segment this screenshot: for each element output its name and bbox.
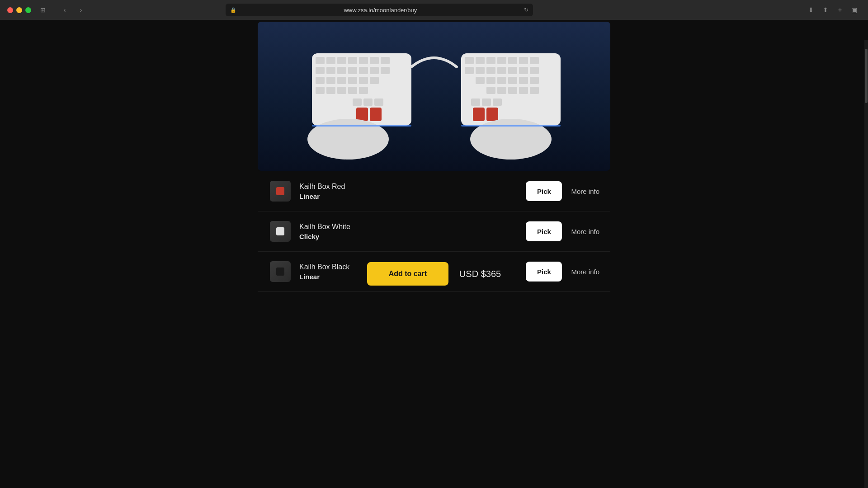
- switch-icon-inner-white: [270, 221, 291, 242]
- close-traffic-light[interactable]: [7, 7, 13, 13]
- svg-rect-28: [374, 99, 383, 106]
- svg-rect-18: [348, 77, 357, 84]
- switch-icon-red: [269, 179, 292, 203]
- svg-rect-55: [497, 87, 506, 94]
- page-wrapper: Kailh Box Red Linear Pick More info Kail…: [258, 20, 610, 292]
- svg-rect-6: [370, 57, 379, 64]
- switch-name-red: Kailh Box Red: [299, 183, 519, 191]
- switch-actions-red: Pick More info: [526, 181, 599, 201]
- svg-rect-35: [476, 57, 485, 64]
- switch-type-white: Clicky: [299, 233, 519, 240]
- keyboard-svg: [280, 31, 588, 162]
- svg-rect-65: [461, 125, 561, 127]
- svg-rect-39: [519, 57, 528, 64]
- svg-rect-42: [476, 67, 485, 74]
- svg-rect-7: [381, 57, 390, 64]
- switch-actions-white: Pick More info: [526, 221, 599, 241]
- add-to-cart-button[interactable]: Add to cart: [367, 262, 448, 286]
- browser-action-buttons: ⬇ ⬆ ＋ ▣: [805, 4, 861, 16]
- svg-rect-15: [316, 77, 325, 84]
- svg-rect-32: [312, 125, 411, 127]
- svg-rect-43: [486, 67, 495, 74]
- svg-rect-56: [508, 87, 517, 94]
- svg-rect-63: [486, 108, 498, 121]
- svg-rect-53: [530, 77, 539, 84]
- scrollbar-track[interactable]: [864, 40, 868, 488]
- switch-type-red: Linear: [299, 192, 519, 200]
- svg-rect-13: [370, 67, 379, 74]
- sidebar-toggle-button[interactable]: ⊞: [37, 4, 49, 16]
- url-display: www.zsa.io/moonlander/buy: [239, 7, 521, 14]
- navigation-controls: ‹ ›: [58, 4, 87, 16]
- refresh-icon[interactable]: ↻: [524, 7, 528, 13]
- svg-rect-51: [508, 77, 517, 84]
- svg-rect-11: [348, 67, 357, 74]
- more-info-red[interactable]: More info: [571, 188, 599, 195]
- svg-rect-45: [508, 67, 517, 74]
- svg-rect-2: [326, 57, 335, 64]
- back-button[interactable]: ‹: [58, 4, 71, 16]
- svg-rect-27: [363, 99, 373, 106]
- minimize-traffic-light[interactable]: [16, 7, 22, 13]
- price-display: USD $365: [459, 269, 501, 279]
- svg-rect-10: [337, 67, 346, 74]
- svg-rect-23: [337, 87, 346, 94]
- pick-button-white[interactable]: Pick: [526, 221, 562, 241]
- svg-rect-34: [465, 57, 474, 64]
- svg-rect-37: [497, 57, 506, 64]
- switch-info-white: Kailh Box White Clicky: [299, 223, 519, 240]
- svg-rect-24: [348, 87, 357, 94]
- svg-rect-19: [359, 77, 368, 84]
- fullscreen-traffic-light[interactable]: [25, 7, 31, 13]
- svg-rect-16: [326, 77, 335, 84]
- tab-overview-icon[interactable]: ▣: [848, 4, 861, 16]
- switch-item-white: Kailh Box White Clicky Pick More info: [258, 211, 610, 252]
- traffic-lights: [7, 7, 31, 13]
- svg-rect-12: [359, 67, 368, 74]
- svg-rect-58: [530, 87, 539, 94]
- svg-rect-8: [316, 67, 325, 74]
- svg-rect-20: [370, 77, 379, 84]
- svg-rect-47: [530, 67, 539, 74]
- svg-rect-60: [482, 99, 491, 106]
- svg-rect-3: [337, 57, 346, 64]
- svg-rect-54: [486, 87, 495, 94]
- bottom-bar: Add to cart USD $365: [258, 256, 610, 292]
- svg-rect-59: [471, 99, 480, 106]
- download-icon[interactable]: ⬇: [805, 4, 817, 16]
- svg-rect-21: [316, 87, 325, 94]
- svg-rect-1: [316, 57, 325, 64]
- svg-rect-57: [519, 87, 528, 94]
- forward-button[interactable]: ›: [75, 4, 87, 16]
- switch-icon-inner-red: [270, 181, 291, 202]
- keyboard-image: [258, 22, 610, 171]
- pick-button-red[interactable]: Pick: [526, 181, 562, 201]
- svg-rect-22: [326, 87, 335, 94]
- switch-info-red: Kailh Box Red Linear: [299, 183, 519, 200]
- browser-chrome: ⊞ ‹ › 🔒 www.zsa.io/moonlander/buy ↻ ⬇ ⬆ …: [0, 0, 868, 20]
- switch-name-white: Kailh Box White: [299, 223, 519, 231]
- switch-icon-white: [269, 220, 292, 243]
- more-info-white[interactable]: More info: [571, 228, 599, 235]
- svg-rect-5: [359, 57, 368, 64]
- svg-rect-29: [356, 108, 368, 121]
- svg-rect-52: [519, 77, 528, 84]
- svg-rect-30: [370, 108, 382, 121]
- svg-rect-36: [486, 57, 495, 64]
- svg-rect-14: [381, 67, 390, 74]
- address-bar[interactable]: 🔒 www.zsa.io/moonlander/buy ↻: [226, 4, 533, 16]
- switch-item-red: Kailh Box Red Linear Pick More info: [258, 171, 610, 211]
- share-icon[interactable]: ⬆: [819, 4, 832, 16]
- svg-rect-17: [337, 77, 346, 84]
- svg-rect-46: [519, 67, 528, 74]
- svg-rect-44: [497, 67, 506, 74]
- new-tab-icon[interactable]: ＋: [834, 4, 846, 16]
- svg-rect-26: [353, 99, 362, 106]
- scrollbar-thumb[interactable]: [865, 49, 868, 103]
- svg-rect-38: [508, 57, 517, 64]
- svg-rect-4: [348, 57, 357, 64]
- svg-rect-25: [359, 87, 368, 94]
- svg-rect-9: [326, 67, 335, 74]
- svg-rect-50: [497, 77, 506, 84]
- svg-rect-49: [486, 77, 495, 84]
